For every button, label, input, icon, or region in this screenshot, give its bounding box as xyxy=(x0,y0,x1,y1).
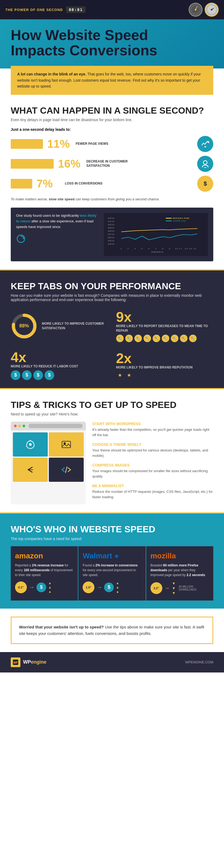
svg-point-7 xyxy=(203,161,207,164)
company-grid: amazon Reported a 1% revenue increase fo… xyxy=(11,546,213,600)
stat-label-1: DECREASE IN CUSTOMER SATISFACTION xyxy=(86,159,129,168)
svg-rect-40 xyxy=(62,441,71,448)
svg-text:34%: 34% xyxy=(107,243,114,245)
tip-desc-1: Your theme should be optimized for vario… xyxy=(92,448,213,458)
svg-text:41%: 41% xyxy=(107,220,114,222)
stat-row-0: 11% FEWER PAGE VIEWS xyxy=(11,136,213,152)
perf-item-2x: 2x MORE LIKELY TO IMPROVE BRAND REPUTATI… xyxy=(116,350,214,380)
tip-item-2: COMPRESS IMAGES Your images should be co… xyxy=(92,463,213,479)
download-arrows-mozilla: ▼ ▼ ▼ xyxy=(172,581,176,595)
mozilla-downloads-note: 60 MILLIONDOWNLOADS xyxy=(179,585,197,591)
browser-mockup xyxy=(11,422,86,504)
browser-tile-code xyxy=(49,458,84,482)
browser-dot-red xyxy=(14,425,16,427)
hero-section: How Website Speed Impacts Conversions xyxy=(0,19,224,68)
up-arrows-walmart: ▲ ▲ ▲ xyxy=(116,581,119,593)
company-name-walmart: Walmart ✳ xyxy=(83,552,141,560)
header-gauges xyxy=(189,3,219,17)
stat-percent-2: 7% xyxy=(36,177,61,190)
performance-heading: KEEP TABS ON YOUR PERFORMANCE xyxy=(11,281,213,291)
svg-text:36%: 36% xyxy=(107,237,114,239)
hero-heading: How Website Speed Impacts Conversions xyxy=(11,27,213,58)
svg-text:14: 14 xyxy=(193,248,196,250)
svg-text:1: 1 xyxy=(120,248,122,250)
svg-rect-31 xyxy=(166,218,172,219)
stat-bar-1 xyxy=(11,159,54,169)
svg-line-43 xyxy=(66,466,67,473)
perf-label-88: MORE LIKELY TO IMPROVE CUSTOMER SATISFAC… xyxy=(42,321,108,331)
svg-text:WEEKS: WEEKS xyxy=(151,251,163,253)
svg-text:6: 6 xyxy=(148,248,149,250)
perf-item-4x: 4x MORE LIKELY TO REDUCE IT LABOR COST $… xyxy=(11,350,108,380)
header-bar: THE POWER OF ONE SECOND 00:01 xyxy=(0,0,224,19)
company-card-amazon: amazon Reported a 1% revenue increase fo… xyxy=(11,546,78,600)
dollar-icons: $ $ $ $ xyxy=(11,370,78,380)
svg-marker-8 xyxy=(204,167,207,168)
star-icons: ★ ★ xyxy=(116,371,193,379)
svg-point-39 xyxy=(29,443,32,446)
svg-point-2 xyxy=(195,9,196,10)
footer-cta: Worried that your website isn't up to sp… xyxy=(11,617,213,644)
stat-label-0: FEWER PAGE VIEWS xyxy=(76,142,108,146)
wrench-icons: 🔧 🔧 🔧 🔧 🔧 🔧 🔧 🔧 🔧 xyxy=(116,335,214,342)
footer-logo-text: WPengine xyxy=(23,659,46,665)
browser-dot-green xyxy=(23,425,25,427)
browser-tile-image xyxy=(49,432,84,457)
performance-section: KEEP TABS ON YOUR PERFORMANCE How can yo… xyxy=(0,271,224,388)
wrench-icon-3: 🔧 xyxy=(135,335,142,342)
star-icon-1: ★ xyxy=(116,371,124,379)
svg-rect-33 xyxy=(166,220,172,221)
browser-bar xyxy=(11,422,86,430)
tips-list: START WITH WORDPRESS It's already faster… xyxy=(92,422,213,504)
svg-text:39%: 39% xyxy=(107,227,114,229)
stat-icon-1 xyxy=(197,156,213,172)
stat-bubble-mozilla: 2.2" xyxy=(150,582,162,594)
study-text: One study found users to be significantl… xyxy=(16,213,99,256)
wrench-icon-6: 🔧 xyxy=(162,335,169,342)
single-second-section: WHAT CAN HAPPEN IN A SINGLE SECOND? Even… xyxy=(0,95,224,269)
perf-num-4x: 4x xyxy=(11,350,78,364)
study-chart: 43% 41% 40% 39% 38% 37% 36% 35% 34% 1 2 … xyxy=(104,213,208,256)
svg-text:43%: 43% xyxy=(107,217,114,219)
svg-text:37%: 37% xyxy=(107,234,114,235)
stat-icon-2: $ xyxy=(197,176,213,192)
stat-bar-0 xyxy=(11,139,43,149)
footer-logo: WP WPengine xyxy=(11,657,46,667)
svg-text:40%: 40% xyxy=(107,224,114,226)
stat-row-1: 16% DECREASE IN CUSTOMER SATISFACTION xyxy=(11,156,213,172)
wrench-icon-5: 🔧 xyxy=(153,335,160,342)
footer-url: WPENGINE.COM xyxy=(185,660,213,664)
dollar-icon-2: $ xyxy=(22,370,32,380)
tip-item-1: CHOOSE A THEME WISELY Your theme should … xyxy=(92,442,213,458)
svg-text:38%: 38% xyxy=(107,230,114,232)
svg-text:2: 2 xyxy=(127,248,129,250)
tip-desc-0: It's already faster than the competition… xyxy=(92,427,213,437)
tip-title-1: CHOOSE A THEME WISELY xyxy=(92,442,213,446)
footer-cta-text: Worried that your website isn't up to sp… xyxy=(19,624,205,637)
tip-desc-3: Reduce the number of HTTP requests (imag… xyxy=(92,489,213,499)
slow-note: To make matters worse, slow site speed c… xyxy=(11,197,213,201)
tip-title-2: COMPRESS IMAGES xyxy=(92,463,213,467)
svg-text:4: 4 xyxy=(134,248,136,250)
whos-who-subtitle: The top companies have a need for speed: xyxy=(11,536,213,541)
svg-text:8: 8 xyxy=(162,248,163,250)
dollar-icon-walmart: $ xyxy=(104,583,114,592)
company-desc-walmart: Found a 2% increase in conversions for e… xyxy=(83,563,141,578)
wrench-icon-8: 🔧 xyxy=(180,335,188,342)
svg-point-5 xyxy=(211,9,213,10)
stat-bubble-amazon: 0.1" xyxy=(15,582,27,593)
perf-item-9x: 9x MORE LIKELY TO REPORT DECREASES TO ME… xyxy=(116,310,214,342)
company-stats-walmart: 1.0" → $ ▲ ▲ ▲ xyxy=(83,581,141,593)
stat-icon-0 xyxy=(197,136,213,152)
wrench-icon-4: 🔧 xyxy=(144,335,151,342)
dollar-icon-1: $ xyxy=(11,370,21,380)
dollar-icon-amazon: $ xyxy=(36,583,46,592)
performance-grid: 88% MORE LIKELY TO IMPROVE CUSTOMER SATI… xyxy=(11,310,213,380)
single-second-heading: WHAT CAN HAPPEN IN A SINGLE SECOND? xyxy=(11,105,213,116)
browser-tile-arrow-left xyxy=(13,458,48,482)
refresh-icon xyxy=(16,234,26,244)
svg-text:BASELINE: BASELINE xyxy=(173,217,189,219)
whos-who-heading: WHO'S WHO IN WEBSITE SPEED xyxy=(11,524,213,534)
arrow-icon-mozilla: → xyxy=(164,585,170,591)
single-second-subtitle: Even tiny delays in page load time can b… xyxy=(11,118,213,122)
